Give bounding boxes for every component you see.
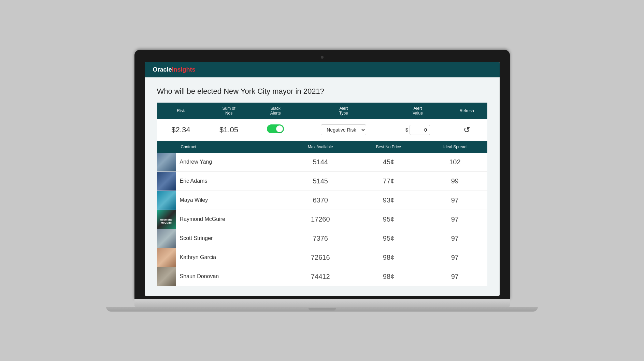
col-best-no-price: Best No Price [355,141,423,153]
screen-bezel: OracleInsights Who will be elected New Y… [134,50,510,299]
avatar-garcia [157,248,176,267]
alert-value-input[interactable] [410,125,430,135]
contract-row: Maya Wiley [157,191,286,210]
laptop-bottom [106,307,538,312]
contract-cell: Kathryn Garcia [157,248,286,267]
contract-row: Scott Stringer [157,229,286,248]
contract-name-garcia: Kathryn Garcia [176,254,216,260]
data-table: Contract Max Available Best No Price Ide… [157,141,487,286]
alert-type-cell: Negative Risk Positive Risk Any [298,119,389,141]
best-no-price: 98¢ [355,267,423,286]
refresh-cell: ↺ [446,119,487,141]
ideal-spread: 97 [423,229,487,248]
table-row: Kathryn Garcia7261698¢97 [157,248,487,267]
max-available: 74412 [286,267,355,286]
contract-name-yang: Andrew Yang [176,159,212,165]
best-no-price: 95¢ [355,210,423,229]
ideal-spread: 99 [423,171,487,191]
contract-cell: Maya Wiley [157,191,286,210]
best-no-price: 95¢ [355,229,423,248]
max-available: 17260 [286,210,355,229]
summary-col-sum: Sum ofNos [205,103,253,119]
contract-name-wiley: Maya Wiley [176,197,208,203]
ideal-spread: 102 [423,153,487,172]
slack-toggle[interactable] [267,124,284,133]
contract-cell: Eric Adams [157,171,286,191]
contract-row: Raymond McGuireRaymond McGuire [157,210,286,229]
avatar-donovan [157,267,176,286]
summary-col-refresh: Refresh [446,103,487,119]
avatar-wiley [157,191,176,210]
logo-oracle: Oracle [153,66,172,73]
summary-col-alert-type: AlertType [298,103,389,119]
max-available: 72616 [286,248,355,267]
best-no-price: 77¢ [355,171,423,191]
summary-col-slack: SlackAlerts [253,103,298,119]
toggle-knob [276,125,283,132]
contract-name-adams: Eric Adams [176,178,207,184]
max-available: 7376 [286,229,355,248]
avatar-stringer [157,229,176,248]
ideal-spread: 97 [423,210,487,229]
col-contract: Contract [157,141,286,153]
contract-row: Shaun Donovan [157,267,286,286]
logo-insights: Insights [172,66,196,73]
risk-value: $2.34 [157,119,205,141]
sum-of-nos-value: $1.05 [205,119,253,141]
contract-cell: Shaun Donovan [157,267,286,286]
top-bar: OracleInsights [145,62,500,77]
contract-row: Kathryn Garcia [157,248,286,267]
laptop-base [134,299,510,307]
table-row: Maya Wiley637093¢97 [157,191,487,210]
table-row: Scott Stringer737695¢97 [157,229,487,248]
contract-name-stringer: Scott Stringer [176,235,213,241]
main-content: Who will be elected New York City mayor … [145,77,500,296]
slack-toggle-cell [253,119,298,141]
contract-name-donovan: Shaun Donovan [176,273,219,280]
col-ideal-spread: Ideal Spread [423,141,487,153]
contract-cell: Andrew Yang [157,153,286,172]
avatar-yang [157,153,176,171]
trackpad-notch [309,308,336,311]
summary-col-alert-value: AlertValue [389,103,446,119]
avatar-adams [157,172,176,191]
screen: OracleInsights Who will be elected New Y… [145,62,500,296]
page-title: Who will be elected New York City mayor … [157,87,487,96]
camera [321,56,324,59]
max-available: 6370 [286,191,355,210]
laptop-wrapper: OracleInsights Who will be elected New Y… [134,50,510,312]
contract-name-mcguire: Raymond McGuire [176,216,225,222]
table-row: Shaun Donovan7441298¢97 [157,267,487,286]
best-no-price: 98¢ [355,248,423,267]
avatar-mcguire: Raymond McGuire [157,210,176,229]
dollar-prefix: $ [405,127,408,133]
col-max-available: Max Available [286,141,355,153]
max-available: 5145 [286,171,355,191]
table-row: Andrew Yang514445¢102 [157,153,487,172]
alert-value-wrapper: $ [395,125,441,135]
table-row: Raymond McGuireRaymond McGuire1726095¢97 [157,210,487,229]
summary-col-risk: Risk [157,103,205,119]
contract-cell: Raymond McGuireRaymond McGuire [157,210,286,229]
contract-row: Eric Adams [157,172,286,191]
best-no-price: 45¢ [355,153,423,172]
refresh-button[interactable]: ↺ [463,125,470,135]
summary-table: Risk Sum ofNos SlackAlerts AlertType Ale… [157,103,487,141]
ideal-spread: 97 [423,248,487,267]
contract-row: Andrew Yang [157,153,286,171]
alert-value-cell: $ [389,119,446,141]
best-no-price: 93¢ [355,191,423,210]
max-available: 5144 [286,153,355,172]
table-row: Eric Adams514577¢99 [157,171,487,191]
ideal-spread: 97 [423,191,487,210]
ideal-spread: 97 [423,267,487,286]
contract-cell: Scott Stringer [157,229,286,248]
alert-type-select[interactable]: Negative Risk Positive Risk Any [321,124,366,135]
